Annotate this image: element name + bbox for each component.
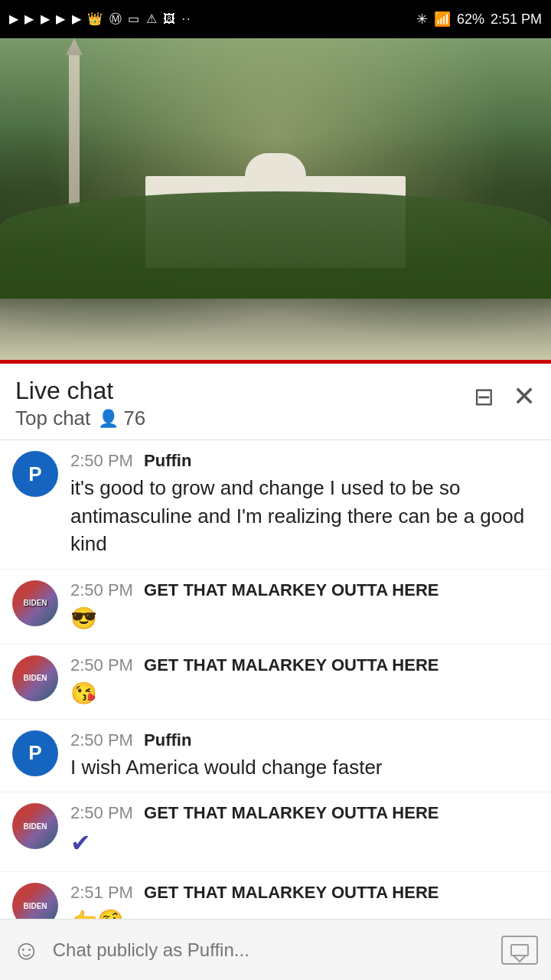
emoji-button[interactable]: ☺ [12,934,41,966]
messages-area: P 2:50 PM Puffin it's good to grow and c… [0,440,551,980]
message-username: Puffin [144,451,191,470]
message-meta: 2:50 PM GET THAT MALARKEY OUTTA HERE [70,655,536,675]
send-box-inner [510,944,529,956]
message-row: BIDEN 2:50 PM GET THAT MALARKEY OUTTA HE… [0,792,551,872]
wifi-icon: 📶 [434,11,451,28]
message-text: it's good to grow and change I used to b… [70,474,536,557]
message-meta: 2:50 PM Puffin [70,730,536,750]
message-time: 2:50 PM [70,580,133,599]
message-content: 2:50 PM Puffin it's good to grow and cha… [70,451,536,557]
status-icons-left: ▶ ▶ ▶ ▶ ▶ 👑 Ⓜ ▭ ⚠ 🖼 ·· [9,11,191,28]
message-content: 2:50 PM Puffin I wish America would chan… [70,730,536,781]
message-row: BIDEN 2:50 PM GET THAT MALARKEY OUTTA HE… [0,645,551,720]
message-content: 2:50 PM GET THAT MALARKEY OUTTA HERE ✔ [70,803,536,861]
message-text: ✔ [70,826,536,861]
message-time: 2:50 PM [70,730,133,750]
video-player[interactable] [0,38,551,360]
biden-avatar: BIDEN [12,655,58,701]
message-emoji: 😎 [70,606,97,630]
washington-monument [69,54,80,207]
close-icon[interactable]: ✕ [513,381,536,413]
message-row: BIDEN 2:50 PM GET THAT MALARKEY OUTTA HE… [0,570,551,645]
checkmark-icon: ✔ [70,829,91,857]
time-display: 2:51 PM [491,11,542,28]
avatar: BIDEN [12,803,58,849]
message-text: 😘 [70,678,536,708]
chat-header: Live chat Top chat 👤 76 ⊟ ✕ [0,364,551,440]
avatar: P [12,730,58,776]
chat-header-left: Live chat Top chat 👤 76 [15,376,145,430]
top-chat-row: Top chat 👤 76 [15,407,145,430]
biden-avatar: BIDEN [12,580,58,626]
message-time: 2:50 PM [70,655,133,675]
message-time: 2:51 PM [70,883,133,902]
tree-foreground [0,191,551,299]
chat-header-right[interactable]: ⊟ ✕ [474,381,536,413]
message-username: GET THAT MALARKEY OUTTA HERE [144,883,439,902]
status-bar: ▶ ▶ ▶ ▶ ▶ 👑 Ⓜ ▭ ⚠ 🖼 ·· ✳ 📶 62% 2:51 PM [0,0,551,38]
battery-text: 62% [457,11,484,28]
message-meta: 2:51 PM GET THAT MALARKEY OUTTA HERE [70,883,536,903]
message-row: P 2:50 PM Puffin I wish America would ch… [0,720,551,792]
message-username: GET THAT MALARKEY OUTTA HERE [144,580,439,599]
chat-input-bar[interactable]: ☺ [0,919,551,980]
message-meta: 2:50 PM GET THAT MALARKEY OUTTA HERE [70,580,536,600]
message-username: Puffin [144,730,191,750]
viewers-number: 76 [123,407,145,430]
message-row: P 2:50 PM Puffin it's good to grow and c… [0,440,551,569]
message-content: 2:50 PM GET THAT MALARKEY OUTTA HERE 😘 [70,655,536,708]
avatar: P [12,451,58,497]
message-text: 😎 [70,603,536,633]
viewers-count: 👤 76 [98,407,145,430]
message-emoji: 😘 [70,681,97,705]
message-time: 2:50 PM [70,803,133,822]
person-icon: 👤 [98,409,119,429]
app-icons: ▶ ▶ ▶ ▶ ▶ 👑 Ⓜ ▭ ⚠ 🖼 ·· [9,11,191,28]
filter-icon[interactable]: ⊟ [474,382,494,411]
status-icons-right: ✳ 📶 62% 2:51 PM [416,11,542,28]
biden-avatar: BIDEN [12,803,58,849]
avatar: BIDEN [12,580,58,626]
send-button[interactable] [500,931,539,969]
message-meta: 2:50 PM Puffin [70,451,536,471]
message-username: GET THAT MALARKEY OUTTA HERE [144,655,439,675]
chat-input[interactable] [53,939,488,961]
bluetooth-icon: ✳ [416,11,428,28]
message-text: I wish America would change faster [70,753,536,781]
live-chat-title: Live chat [15,376,145,405]
avatar: BIDEN [12,655,58,701]
message-time: 2:50 PM [70,451,133,470]
message-username: GET THAT MALARKEY OUTTA HERE [144,803,439,822]
message-meta: 2:50 PM GET THAT MALARKEY OUTTA HERE [70,803,536,823]
top-chat-label: Top chat [15,407,90,430]
message-content: 2:50 PM GET THAT MALARKEY OUTTA HERE 😎 [70,580,536,633]
send-box-icon [501,936,538,965]
